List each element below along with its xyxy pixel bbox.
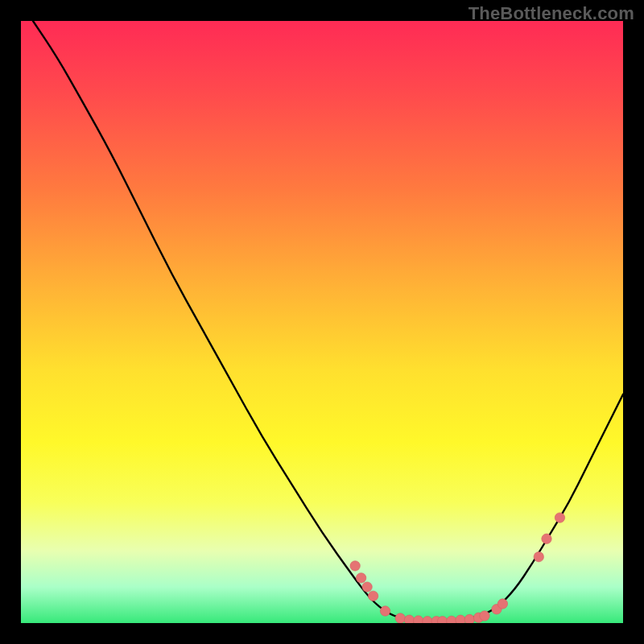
data-point: [542, 534, 551, 543]
watermark-text: TheBottleneck.com: [469, 3, 634, 24]
data-point: [497, 599, 507, 609]
data-point: [423, 617, 432, 623]
data-point: [555, 513, 564, 522]
data-point: [380, 606, 390, 616]
chart-svg: [21, 21, 623, 623]
bottleneck-curve: [33, 21, 623, 621]
data-point: [464, 614, 474, 623]
data-point: [534, 552, 543, 562]
data-point: [356, 573, 365, 583]
data-points-group: [350, 513, 565, 623]
chart-area: [21, 21, 623, 623]
data-point: [350, 561, 360, 571]
data-point: [456, 615, 465, 623]
data-point: [404, 615, 414, 623]
data-point: [447, 616, 456, 623]
data-point: [413, 616, 423, 623]
data-point: [395, 613, 405, 623]
data-point: [362, 582, 372, 592]
data-point: [480, 611, 489, 621]
data-point: [368, 591, 378, 601]
